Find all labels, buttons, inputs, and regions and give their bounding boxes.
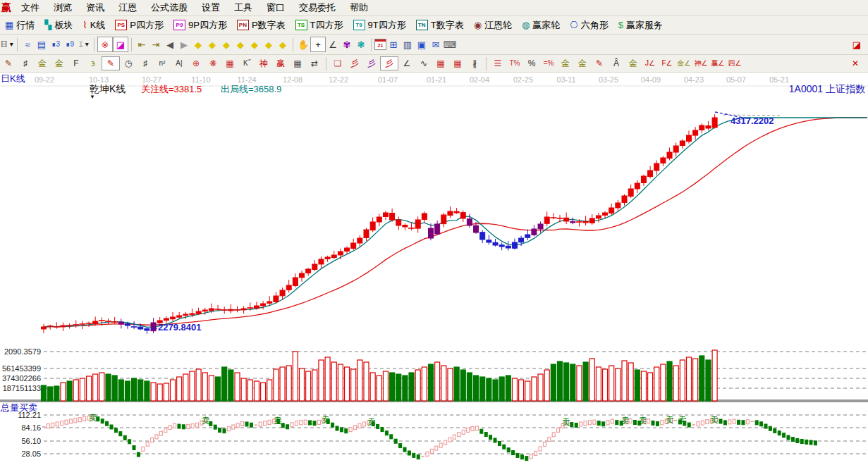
quick-button-10[interactable]: ◍赢家轮 [517,16,565,34]
diamond-left-icon[interactable]: ◆ [191,37,205,51]
symbol-label[interactable]: 1A0001 上证指数 [789,84,865,94]
fan-lines-boxed-icon[interactable]: 彡 [380,56,398,70]
menu-item-1[interactable]: 浏览 [47,1,79,14]
gold-circle-icon[interactable]: 金 [557,57,574,70]
menu-item-6[interactable]: 工具 [227,1,259,14]
scribble-tool-icon[interactable]: ❃ [354,37,368,51]
star-rays-icon[interactable]: ❋ [204,57,221,70]
quick-button-3[interactable]: PSP四方形 [110,16,169,34]
gann-grid-icon[interactable]: ▦ [432,57,449,70]
candle-style-dropdown[interactable]: ⌶ ▾ [77,37,91,51]
skip-start-icon[interactable]: ⇤ [135,37,149,51]
trend-wave-icon[interactable]: ≈ [20,37,35,51]
bars-3-icon[interactable]: ∎3 [49,37,63,51]
quick-button-8[interactable]: TNT数字表 [411,16,469,34]
pan-hand-icon[interactable]: ✋ [296,37,310,51]
diamond-zoom-in-icon[interactable]: ◆ [247,37,262,51]
k-double-icon[interactable]: K˝ [238,57,255,70]
quick-button-9[interactable]: ◉江恩轮 [469,16,517,34]
range-measure-icon[interactable]: ⇄ [306,57,323,70]
fan-lines-icon[interactable]: 彡 [346,57,363,70]
parallel-lines-icon[interactable]: ∦ [466,57,483,70]
zigzag-icon[interactable]: ∿ [415,57,432,70]
arc-tool-icon[interactable]: ϶ [85,57,102,70]
equal-percent-icon[interactable]: =% [540,57,557,70]
notepad-icon[interactable]: ▥ [401,37,415,51]
stock-mark-icon[interactable]: ※ [97,37,113,52]
step-back-icon[interactable]: ◀ [163,37,177,51]
red-pen-icon[interactable]: ✎ [102,56,120,70]
diamond-right-icon[interactable]: ◆ [205,37,219,51]
percent-icon[interactable]: % [523,57,540,70]
menu-item-7[interactable]: 窗口 [259,1,292,14]
j-angle-icon[interactable]: J∠ [642,57,659,70]
skip-end-icon[interactable]: ⇥ [149,37,163,51]
menu-item-3[interactable]: 江恩 [111,1,144,14]
shen-angle-icon[interactable]: 神∠ [692,57,709,70]
menu-item-2[interactable]: 资讯 [79,1,111,14]
right-edge-red-icon[interactable]: ◪ [850,37,864,51]
quick-button-7[interactable]: T99T四方形 [348,16,411,34]
gold-ratio2-icon[interactable]: 金 [51,57,68,70]
time-cycle-icon[interactable]: ◷ [120,57,137,70]
save-icon[interactable]: ▣ [415,37,429,51]
quick-button-2[interactable]: ⌇K线 [78,16,110,34]
diamond-compress-icon[interactable]: ◆ [233,37,247,51]
board-list-icon[interactable]: ▤ [35,37,49,51]
period-day-dropdown[interactable]: 日 ▾ [0,37,14,51]
menu-item-9[interactable]: 帮助 [343,1,375,14]
quick-button-6[interactable]: TST四方形 [291,16,348,34]
angle-fan-icon[interactable]: ∠ [398,57,415,70]
diamond-zoom-out-icon[interactable]: ◆ [262,37,276,51]
marker-pen-icon[interactable]: ✎ [591,57,608,70]
quick-button-11[interactable]: ⎔六角形 [565,16,613,34]
diamond-expand-icon[interactable]: ◆ [219,37,233,51]
right-edge-red2-icon[interactable]: ✕ [847,57,864,70]
f-angle-icon[interactable]: F∠ [659,57,676,70]
diamond-fit-icon[interactable]: ◆ [276,37,290,51]
angle-measure-icon[interactable]: ∠ [326,37,340,51]
red-grid-icon[interactable]: ▦ [221,57,238,70]
grid-lines-icon[interactable]: ♯ [137,57,154,70]
ying-angle-icon[interactable]: 赢∠ [709,57,726,70]
fan-lines-purple-icon[interactable]: 彡 [363,57,380,70]
quick-button-0[interactable]: ▦行情 [0,16,39,34]
terminal-icon[interactable]: ⌨ [443,37,457,51]
box-frame-icon[interactable]: ❏ [329,57,346,70]
quick-button-4[interactable]: P99P四方形 [169,16,232,34]
flower-tool-icon[interactable]: ✾ [340,37,354,51]
wave-a-icon[interactable]: Â [608,57,625,70]
square-number-icon[interactable]: n² [154,57,171,70]
chart-svg[interactable]: 09-2210-1310-2711-1011-2412-0812-2201-07… [0,73,868,465]
model-dropdown-arrow-icon[interactable]: ▼ [90,94,95,101]
quick-button-1[interactable]: ▚板块 [39,16,78,34]
fibonacci-icon[interactable]: F [68,57,85,70]
calendar-icon[interactable]: 21 [374,39,386,50]
mirror-a-icon[interactable]: A| [171,57,188,70]
crosshair-icon[interactable]: + [310,37,326,52]
four-angle-icon[interactable]: 四∠ [726,57,743,70]
step-forward-icon[interactable]: ▶ [177,37,191,51]
price-list-icon[interactable]: ☰ [489,57,506,70]
shen-tool-icon[interactable]: 神 [255,57,272,70]
draw-pen-icon[interactable]: ✎ [0,57,17,70]
menu-item-5[interactable]: 设置 [195,1,227,14]
gold-angle-icon[interactable]: 金∠ [676,57,692,70]
gann-grid2-icon[interactable]: ▦ [449,57,466,70]
gann-lines-icon[interactable]: ♯ [17,57,34,70]
mail-icon[interactable]: ✉ [429,37,443,51]
number-grid-icon[interactable]: ▦ [289,57,306,70]
menu-item-8[interactable]: 交易委托 [292,1,343,14]
ying-tool-icon[interactable]: 赢 [272,57,289,70]
t-percent-icon[interactable]: T% [506,57,523,70]
quick-button-12[interactable]: $赢家服务 [613,16,668,34]
bars-9-icon[interactable]: ∎9 [63,37,77,51]
circle-cross-icon[interactable]: ⊕ [188,57,204,70]
gold-line-icon[interactable]: 金 [574,57,591,70]
gold-ratio-icon[interactable]: 金 [34,57,51,70]
calculator-icon[interactable]: ⊞ [386,37,401,51]
chart-panel-icon[interactable]: ◪ [113,37,128,52]
menu-item-4[interactable]: 公式选股 [144,1,195,14]
menu-item-0[interactable]: 文件 [14,1,47,14]
gold-angle-base-icon[interactable]: 金 [625,57,642,70]
